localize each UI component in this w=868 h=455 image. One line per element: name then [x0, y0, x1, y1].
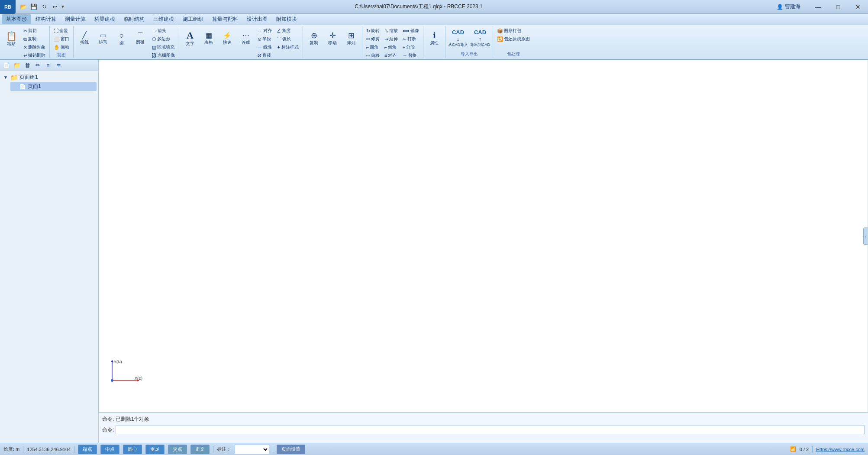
- raster-button[interactable]: 🖼 光栅图像: [150, 52, 177, 59]
- paste-button[interactable]: 📋 粘贴: [2, 27, 21, 50]
- cut-button[interactable]: ✂ 剪切: [21, 27, 48, 35]
- website-link[interactable]: Https://www.rbcce.com: [816, 447, 865, 452]
- align-button[interactable]: ≡ 对齐: [382, 52, 400, 59]
- menu-item-construction-org[interactable]: 施工组织: [178, 14, 208, 24]
- linear-icon: —: [258, 45, 262, 50]
- continuous-button[interactable]: ⋯ 连线: [237, 27, 255, 49]
- delete-page-button[interactable]: 🗑: [23, 61, 32, 70]
- snap-intersection-button[interactable]: 交点: [168, 445, 187, 454]
- mark-style-button[interactable]: ✦ 标注样式: [274, 43, 301, 51]
- tree-item-group1[interactable]: ▼ 📁 页面组1: [2, 73, 97, 82]
- radius-button[interactable]: ⊙ 半径: [255, 35, 274, 43]
- command-prompt: 命令:: [102, 426, 114, 434]
- export-cad-button[interactable]: CAD ↑ 导出到CAD: [469, 27, 491, 49]
- break-button[interactable]: ✁ 打断: [400, 35, 421, 43]
- right-collapse-handle[interactable]: ‹: [863, 228, 868, 245]
- radius-icon: ⊙: [258, 36, 261, 42]
- menu-item-temp-structure[interactable]: 临时结构: [119, 14, 149, 24]
- rect-button[interactable]: ▭ 矩形: [94, 27, 112, 49]
- snap-center-button[interactable]: 圆心: [123, 445, 142, 454]
- menu-item-measure-calc[interactable]: 测量计算: [61, 14, 90, 24]
- offset-button[interactable]: ⇨ 偏移: [364, 52, 382, 59]
- user-menu[interactable]: 👤 曹建海: [774, 2, 803, 11]
- window-view-icon: ⬜: [54, 36, 60, 42]
- mark-dropdown[interactable]: [235, 445, 269, 454]
- drag-button[interactable]: ✋ 拖动: [52, 43, 71, 51]
- toolbar-section-clipboard: 📋 粘贴 ✂ 剪切 ⧉ 复制 ✕ 删除对象 ↩ 撤销删除: [0, 26, 50, 58]
- align-right-button[interactable]: ≣: [54, 61, 63, 70]
- minimize-button[interactable]: —: [808, 0, 828, 14]
- mirror-button[interactable]: ⟺ 镜像: [400, 27, 421, 35]
- trim-button[interactable]: ✂ 修剪: [364, 35, 382, 43]
- divide-button[interactable]: ÷ 分段: [400, 43, 421, 51]
- region-fill-button[interactable]: ▨ 区域填充: [150, 43, 177, 51]
- quick-button[interactable]: ⚡ 快速: [218, 27, 236, 49]
- import-cad-button[interactable]: CAD ↓ 从CAD导入: [447, 27, 469, 49]
- fullscreen-button[interactable]: ⛶ 全显: [52, 27, 71, 35]
- quick-undo-button[interactable]: ↩: [50, 3, 59, 11]
- circle-button[interactable]: ○ 圆: [113, 27, 131, 49]
- separator-4: [273, 446, 273, 453]
- signal-icon: 📶: [790, 446, 796, 452]
- canvas-main[interactable]: Y(N) X(E) ‹: [99, 60, 868, 413]
- snap-perpendicular-button[interactable]: 垂足: [145, 445, 165, 454]
- quick-save-button[interactable]: 💾: [29, 3, 38, 11]
- restore-button[interactable]: 🔁 包还原成原图: [495, 35, 532, 43]
- arc-length-icon: ⌒: [277, 36, 281, 42]
- mark-style-icon: ✦: [277, 45, 281, 50]
- angle-icon: ∠: [277, 28, 281, 34]
- delete-obj-button[interactable]: ✕ 删除对象: [21, 43, 48, 51]
- tree-item-page1[interactable]: 📄 页面1: [10, 82, 97, 91]
- polyline-button[interactable]: ╱ 折线: [75, 27, 94, 49]
- rename-button[interactable]: ✏: [33, 61, 42, 70]
- text-button[interactable]: A 文字: [181, 27, 199, 49]
- toolbar-section-draw: ╱ 折线 ▭ 矩形 ○ 圆 ⌒ 圆弧 → 箭头 ⬡: [74, 26, 179, 58]
- page-settings-button[interactable]: 页面设置: [277, 445, 305, 454]
- snap-endpoint-button[interactable]: 端点: [78, 445, 97, 454]
- angle-button[interactable]: ∠ 角度: [274, 27, 301, 35]
- properties-button[interactable]: ℹ 属性: [425, 27, 443, 49]
- linear-button[interactable]: — 线性: [255, 43, 274, 51]
- menu-item-quantity-material[interactable]: 算量与配料: [208, 14, 242, 24]
- diameter-button[interactable]: Ø 直径: [255, 52, 274, 59]
- quick-redo-button[interactable]: ↻: [40, 3, 48, 11]
- snap-text-button[interactable]: 正文: [190, 445, 210, 454]
- move-button[interactable]: ✛ 移动: [323, 27, 342, 49]
- aligned-button[interactable]: ↔ 对齐: [255, 27, 274, 35]
- break-icon: ✁: [403, 36, 407, 42]
- menu-item-design-output[interactable]: 设计出图: [242, 14, 272, 24]
- arc-button[interactable]: ⌒ 圆弧: [131, 27, 149, 49]
- table-button[interactable]: ▦ 表格: [200, 27, 218, 49]
- copy-button[interactable]: ⧉ 复制: [21, 35, 48, 43]
- menu-item-bridge-model[interactable]: 桥梁建模: [90, 14, 119, 24]
- chamfer-button[interactable]: ⌐ 倒角: [382, 43, 400, 51]
- menu-item-basic-shapes[interactable]: 基本图形: [2, 14, 31, 24]
- command-input[interactable]: [116, 426, 865, 434]
- copy-modify-button[interactable]: ⊕ 复制: [305, 27, 323, 49]
- window-view-button[interactable]: ⬜ 窗口: [52, 35, 71, 43]
- close-button[interactable]: ✕: [848, 0, 868, 14]
- polygon-button[interactable]: ⬡ 多边形: [150, 35, 177, 43]
- menu-item-3d-model[interactable]: 三维建模: [149, 14, 178, 24]
- fillet-button[interactable]: ⌐ 圆角: [364, 43, 382, 51]
- quick-open-button[interactable]: 📂: [19, 3, 28, 11]
- replace-button[interactable]: ↔ 替换: [400, 52, 421, 59]
- scale-button[interactable]: ⤡ 缩放: [382, 27, 400, 35]
- menu-item-structural-calc[interactable]: 结构计算: [31, 14, 61, 24]
- new-page-button[interactable]: 📄: [2, 61, 11, 70]
- undo-delete-button[interactable]: ↩ 撤销删除: [21, 52, 48, 59]
- snap-midpoint-button[interactable]: 中点: [100, 445, 119, 454]
- new-group-button[interactable]: 📁: [12, 61, 22, 70]
- pack-button[interactable]: 📦 图形打包: [495, 27, 532, 35]
- menu-item-addon[interactable]: 附加模块: [272, 14, 301, 24]
- arrow-button[interactable]: → 箭头: [150, 27, 177, 35]
- extend-button[interactable]: ⇥ 延伸: [382, 35, 400, 43]
- rotate-button[interactable]: ↻ 旋转: [364, 27, 382, 35]
- array-button[interactable]: ⊞ 阵列: [342, 27, 360, 49]
- mirror-icon: ⟺: [403, 28, 410, 34]
- align-left-button[interactable]: ≡: [43, 61, 53, 70]
- pack-icon: 📦: [497, 28, 503, 34]
- maximize-button[interactable]: □: [828, 0, 848, 14]
- copy-modify-icon: ⊕: [311, 32, 317, 39]
- arc-length-button[interactable]: ⌒ 弧长: [274, 35, 301, 43]
